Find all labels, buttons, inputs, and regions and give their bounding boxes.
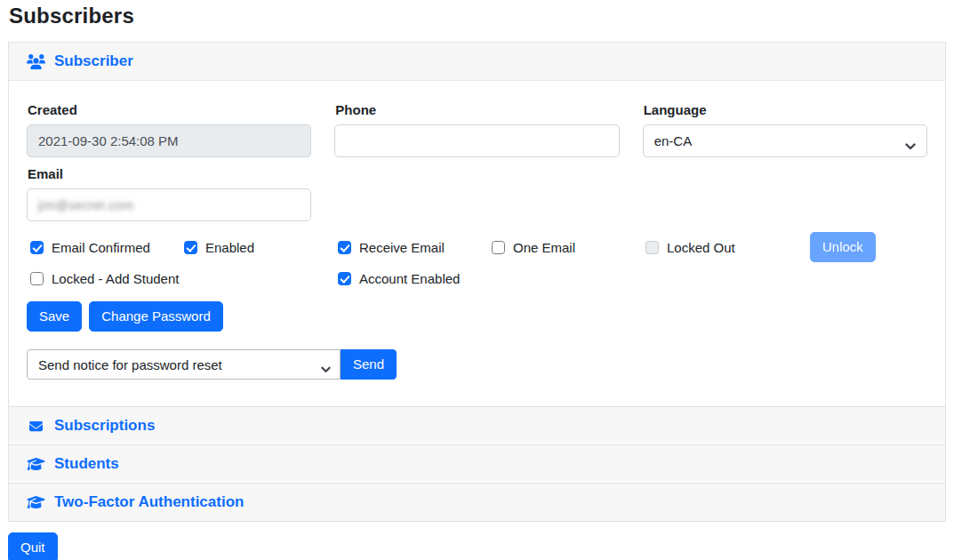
email-label: Email (28, 166, 311, 181)
account-enabled-checkbox[interactable] (338, 272, 351, 285)
check-enabled: Enabled (180, 240, 334, 255)
subscribers-page: Subscribers Subscriber Created 2021-09-3… (0, 4, 962, 560)
graduation-cap-icon (27, 495, 45, 509)
email-redacted-value: jim@secret.com (38, 198, 134, 212)
email-input[interactable]: jim@secret.com (27, 188, 311, 221)
check-email-confirmed: Email Confirmed (27, 240, 180, 255)
check-one-email: One Email (488, 240, 642, 255)
section-header-two-factor[interactable]: Two-Factor Authentication (9, 483, 945, 521)
subscriber-accordion: Subscriber Created 2021-09-30 2:54:08 PM… (8, 42, 946, 522)
phone-label: Phone (335, 102, 619, 117)
save-button[interactable]: Save (27, 301, 82, 332)
page-title: Subscribers (9, 4, 954, 28)
email-confirmed-label: Email Confirmed (52, 240, 150, 255)
locked-add-student-label: Locked - Add Student (52, 271, 179, 286)
change-password-button[interactable]: Change Password (89, 301, 223, 332)
phone-input[interactable] (334, 124, 619, 157)
graduation-cap-icon (27, 457, 45, 471)
quit-button[interactable]: Quit (8, 532, 58, 560)
send-button[interactable]: Send (341, 349, 397, 380)
section-header-students[interactable]: Students (9, 444, 945, 483)
section-header-subscriber[interactable]: Subscriber (9, 43, 945, 81)
section-label-subscriptions: Subscriptions (54, 417, 155, 435)
notice-select[interactable]: Send notice for password reset (27, 349, 341, 380)
section-label-students: Students (54, 455, 119, 473)
receive-email-label: Receive Email (359, 240, 445, 255)
unlock-button: Unlock (810, 232, 876, 262)
enabled-checkbox[interactable] (184, 241, 197, 254)
chevron-down-icon (321, 361, 331, 376)
email-confirmed-checkbox[interactable] (30, 241, 44, 254)
locked-out-checkbox (645, 241, 659, 254)
language-selected-value: en-CA (654, 133, 693, 148)
checkbox-row-2: Locked - Add Student Account Enabled (27, 269, 927, 288)
checkbox-row-1: Email Confirmed Enabled Receive Email On… (27, 232, 927, 262)
chevron-down-icon (905, 138, 916, 153)
check-locked-out: Locked Out (642, 240, 796, 255)
created-label: Created (28, 102, 311, 117)
created-input: 2021-09-30 2:54:08 PM (27, 124, 311, 157)
users-icon (27, 54, 45, 69)
locked-out-label: Locked Out (667, 240, 735, 255)
check-locked-add-student: Locked - Add Student (27, 271, 334, 286)
one-email-label: One Email (513, 240, 575, 255)
section-label-two-factor: Two-Factor Authentication (54, 493, 244, 511)
receive-email-checkbox[interactable] (338, 241, 351, 254)
section-header-subscriptions[interactable]: Subscriptions (9, 406, 945, 444)
account-enabled-label: Account Enabled (359, 271, 460, 286)
subscriber-panel: Created 2021-09-30 2:54:08 PM Phone Lang… (9, 81, 945, 406)
section-label-subscriber: Subscriber (54, 52, 133, 70)
language-label: Language (644, 102, 927, 117)
language-select[interactable]: en-CA (643, 124, 927, 157)
one-email-checkbox[interactable] (492, 241, 505, 254)
check-receive-email: Receive Email (334, 240, 488, 255)
check-account-enabled: Account Enabled (334, 271, 488, 286)
envelope-icon (27, 420, 45, 433)
locked-add-student-checkbox[interactable] (30, 272, 44, 285)
enabled-label: Enabled (205, 240, 254, 255)
notice-selected-value: Send notice for password reset (38, 357, 222, 372)
